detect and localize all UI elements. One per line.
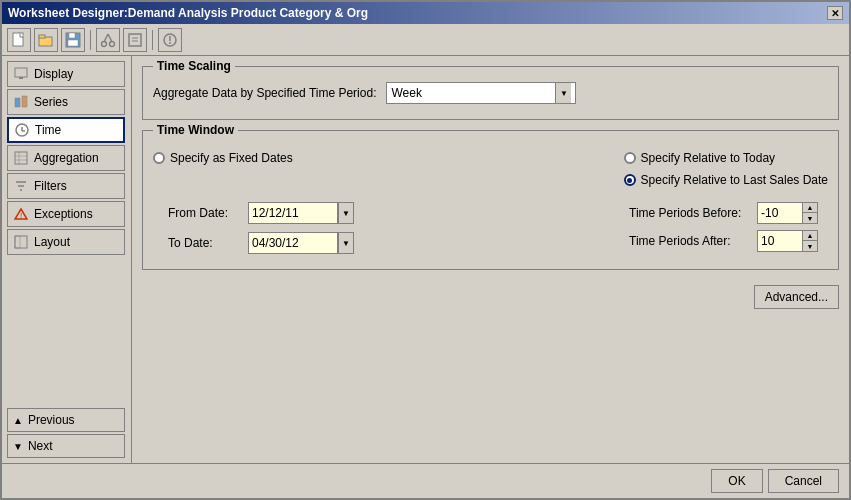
sidebar-item-series[interactable]: Series [7,89,125,115]
date-fields: From Date: 12/12/11 ▼ To Date: [168,202,354,254]
toolbar-prop-btn[interactable] [123,28,147,52]
next-label: Next [28,439,53,453]
time-periods-before-down[interactable]: ▼ [803,213,817,223]
aggregate-dropdown-arrow[interactable]: ▼ [555,83,571,103]
display-icon [13,66,29,82]
radio-relative-today-label: Specify Relative to Today [641,151,776,165]
time-periods-before-arrows: ▲ ▼ [802,202,818,224]
sidebar-layout-label: Layout [34,235,70,249]
aggregate-row: Aggregate Data by Specified Time Period:… [153,82,828,104]
exceptions-icon: ! [13,206,29,222]
time-scaling-group: Time Scaling Aggregate Data by Specified… [142,66,839,120]
from-date-input[interactable]: 12/12/11 [248,202,338,224]
main-content: Display Series Time Aggregation [2,56,849,463]
to-date-input[interactable]: 04/30/12 [248,232,338,254]
cancel-button[interactable]: Cancel [768,469,839,493]
sidebar-item-filters[interactable]: Filters [7,173,125,199]
layout-icon [13,234,29,250]
svg-rect-18 [19,77,23,79]
toolbar-new-btn[interactable] [7,28,31,52]
from-date-picker-btn[interactable]: ▼ [338,202,354,224]
from-date-wrapper: 12/12/11 ▼ [248,202,354,224]
toolbar-cut-btn[interactable] [96,28,120,52]
sidebar-item-exceptions[interactable]: ! Exceptions [7,201,125,227]
to-date-picker-btn[interactable]: ▼ [338,232,354,254]
from-date-label: From Date: [168,206,238,220]
time-window-title: Time Window [153,123,238,137]
time-periods-after-label: Time Periods After: [629,234,749,248]
svg-line-10 [108,34,112,42]
svg-rect-6 [68,40,78,46]
svg-rect-19 [15,98,20,107]
aggregation-icon [13,150,29,166]
time-periods-after-spinbox[interactable]: 10 ▲ ▼ [757,230,818,252]
main-window: Worksheet Designer:Demand Analysis Produ… [0,0,851,500]
radio-relative-today-circle[interactable] [624,152,636,164]
sidebar-aggregation-label: Aggregation [34,151,99,165]
time-periods-after-row: Time Periods After: 10 ▲ ▼ [629,230,818,252]
radio-relative-today[interactable]: Specify Relative to Today [624,151,828,165]
aggregate-dropdown[interactable]: Week ▼ [386,82,576,104]
filters-icon [13,178,29,194]
time-periods-before-spinbox[interactable]: -10 ▲ ▼ [757,202,818,224]
radio-fixed-dates[interactable]: Specify as Fixed Dates [153,151,293,165]
svg-text:!: ! [20,211,22,220]
sidebar-item-aggregation[interactable]: Aggregation [7,145,125,171]
time-periods-after-input[interactable]: 10 [757,230,802,252]
svg-rect-34 [15,236,20,248]
series-icon [13,94,29,110]
previous-label: Previous [28,413,75,427]
svg-rect-20 [22,96,27,107]
sidebar-item-layout[interactable]: Layout [7,229,125,255]
time-periods-after-arrows: ▲ ▼ [802,230,818,252]
time-periods-after-down[interactable]: ▼ [803,241,817,251]
svg-rect-5 [69,33,75,38]
window-title: Worksheet Designer:Demand Analysis Produ… [8,6,368,20]
content-area: Time Scaling Aggregate Data by Specified… [132,56,849,463]
radio-fixed-dates-circle[interactable] [153,152,165,164]
sidebar-item-time[interactable]: Time [7,117,125,143]
radio-group-right: Specify Relative to Today Specify Relati… [624,151,828,187]
sidebar: Display Series Time Aggregation [2,56,132,463]
aggregate-dropdown-value: Week [391,86,421,100]
time-periods-after-up[interactable]: ▲ [803,231,817,241]
prev-arrow-icon: ▲ [13,415,23,426]
time-scaling-title: Time Scaling [153,59,235,73]
time-periods-before-row: Time Periods Before: -10 ▲ ▼ [629,202,818,224]
next-button[interactable]: ▼ Next [7,434,125,458]
aggregate-label: Aggregate Data by Specified Time Period: [153,86,376,100]
next-arrow-icon: ▼ [13,441,23,452]
svg-point-16 [169,42,171,44]
toolbar-open-btn[interactable] [34,28,58,52]
action-row: Advanced... [142,280,839,314]
svg-point-8 [110,41,115,46]
sidebar-time-label: Time [35,123,61,137]
advanced-button[interactable]: Advanced... [754,285,839,309]
to-date-label: To Date: [168,236,238,250]
svg-rect-0 [13,33,23,46]
time-periods-before-up[interactable]: ▲ [803,203,817,213]
time-periods-before-label: Time Periods Before: [629,206,749,220]
radio-fixed-dates-label: Specify as Fixed Dates [170,151,293,165]
to-date-wrapper: 04/30/12 ▼ [248,232,354,254]
sidebar-item-display[interactable]: Display [7,61,125,87]
svg-line-9 [104,34,108,42]
svg-point-7 [102,41,107,46]
sidebar-exceptions-label: Exceptions [34,207,93,221]
radio-relative-last-sales[interactable]: Specify Relative to Last Sales Date [624,173,828,187]
toolbar-extra-btn[interactable] [158,28,182,52]
previous-button[interactable]: ▲ Previous [7,408,125,432]
time-window-content: Specify as Fixed Dates Specify Relative … [153,146,828,259]
time-periods-before-input[interactable]: -10 [757,202,802,224]
close-button[interactable]: ✕ [827,6,843,20]
toolbar-save-btn[interactable] [61,28,85,52]
radio-relative-last-sales-label: Specify Relative to Last Sales Date [641,173,828,187]
to-date-row: To Date: 04/30/12 ▼ [168,232,354,254]
time-icon [14,122,30,138]
toolbar [2,24,849,56]
bottom-bar: OK Cancel [2,463,849,498]
ok-button[interactable]: OK [711,469,762,493]
from-date-value: 12/12/11 [252,206,299,220]
to-date-value: 04/30/12 [252,236,299,250]
radio-relative-last-sales-circle[interactable] [624,174,636,186]
